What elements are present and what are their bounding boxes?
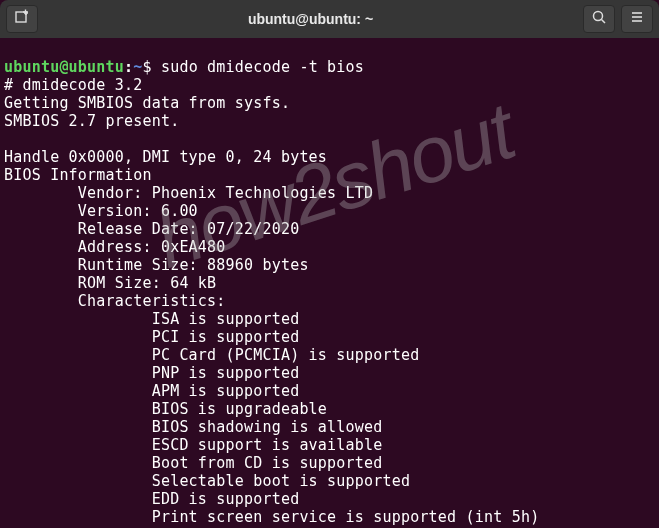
output-line: Getting SMBIOS data from sysfs.	[4, 94, 290, 112]
command-text: sudo dmidecode -t bios	[161, 58, 364, 76]
output-line: Runtime Size: 88960 bytes	[4, 256, 309, 274]
output-line: ISA is supported	[4, 310, 299, 328]
output-line: EDD is supported	[4, 490, 299, 508]
output-line: Boot from CD is supported	[4, 454, 382, 472]
prompt-colon: :	[124, 58, 133, 76]
new-tab-icon	[14, 9, 30, 29]
output-line: BIOS shadowing is allowed	[4, 418, 382, 436]
search-button[interactable]	[583, 5, 615, 33]
search-icon	[591, 9, 607, 29]
output-line: Print screen service is supported (int 5…	[4, 508, 539, 526]
output-line: Version: 6.00	[4, 202, 198, 220]
prompt-dollar: $	[142, 58, 160, 76]
output-line: # dmidecode 3.2	[4, 76, 142, 94]
terminal-output[interactable]: ubuntu@ubuntu:~$ sudo dmidecode -t bios …	[0, 38, 659, 528]
output-line: BIOS Information	[4, 166, 152, 184]
output-line: ROM Size: 64 kB	[4, 274, 216, 292]
output-line: SMBIOS 2.7 present.	[4, 112, 179, 130]
new-tab-button[interactable]	[6, 5, 38, 33]
output-line: Handle 0x0000, DMI type 0, 24 bytes	[4, 148, 327, 166]
output-line: Selectable boot is supported	[4, 472, 410, 490]
output-line: PC Card (PCMCIA) is supported	[4, 346, 419, 364]
output-line: ESCD support is available	[4, 436, 382, 454]
menu-button[interactable]	[621, 5, 653, 33]
hamburger-icon	[629, 9, 645, 29]
prompt-user: ubuntu@ubuntu	[4, 58, 124, 76]
output-line: APM is supported	[4, 382, 299, 400]
output-line: PCI is supported	[4, 328, 299, 346]
output-line: Vendor: Phoenix Technologies LTD	[4, 184, 373, 202]
output-line: Characteristics:	[4, 292, 226, 310]
titlebar: ubuntu@ubuntu: ~	[0, 0, 659, 38]
output-line: BIOS is upgradeable	[4, 400, 327, 418]
output-line: Release Date: 07/22/2020	[4, 220, 299, 238]
output-line: PNP is supported	[4, 364, 299, 382]
svg-line-2	[601, 20, 605, 24]
output-line: Address: 0xEA480	[4, 238, 226, 256]
svg-point-1	[593, 12, 602, 21]
window-title: ubuntu@ubuntu: ~	[248, 11, 373, 27]
